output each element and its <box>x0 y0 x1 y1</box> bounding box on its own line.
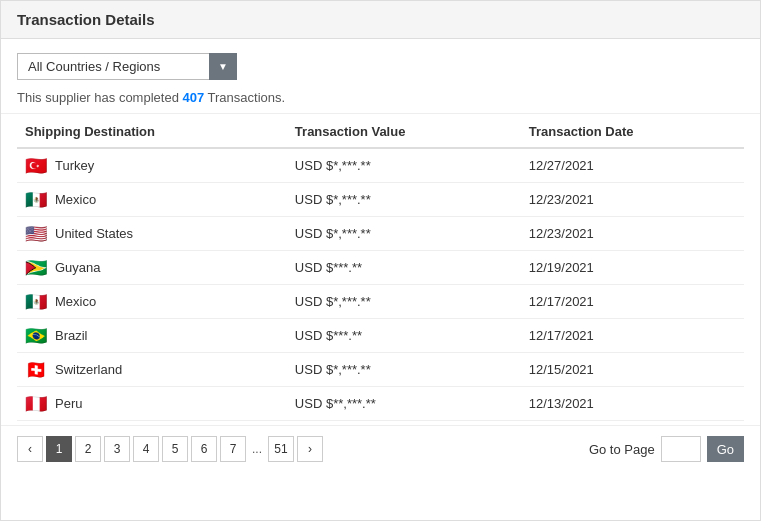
cell-destination: 🇲🇽Mexico <box>17 183 287 217</box>
country-name: Brazil <box>55 328 88 343</box>
table-row: 🇲🇽MexicoUSD $*,***.**12/17/2021 <box>17 285 744 319</box>
flag-icon: 🇵🇪 <box>25 396 47 411</box>
table-header-row: Shipping Destination Transaction Value T… <box>17 114 744 148</box>
table-row: 🇧🇷BrazilUSD $***.**12/17/2021 <box>17 319 744 353</box>
country-name: Mexico <box>55 192 96 207</box>
page-button-6[interactable]: 6 <box>191 436 217 462</box>
country-name: Peru <box>55 396 82 411</box>
page-button-last[interactable]: 51 <box>268 436 294 462</box>
table-row: 🇵🇪PeruUSD $**,***.**12/13/2021 <box>17 387 744 421</box>
pagination-ellipsis: ... <box>249 442 265 456</box>
goto-section: Go to Page Go <box>589 436 744 462</box>
flag-icon: 🇨🇭 <box>25 362 47 377</box>
col-header-destination: Shipping Destination <box>17 114 287 148</box>
cell-value: USD $*,***.** <box>287 183 521 217</box>
cell-destination: 🇹🇷Turkey <box>17 148 287 183</box>
filter-section: All Countries / Regions Turkey Mexico Un… <box>1 39 760 114</box>
cell-value: USD $*,***.** <box>287 285 521 319</box>
transaction-count-link[interactable]: 407 <box>182 90 204 105</box>
page-container: Transaction Details All Countries / Regi… <box>0 0 761 521</box>
prev-page-button[interactable]: ‹ <box>17 436 43 462</box>
pagination: ‹ 1 2 3 4 5 6 7 ... 51 › <box>17 436 323 462</box>
goto-label: Go to Page <box>589 442 655 457</box>
filter-row: All Countries / Regions Turkey Mexico Un… <box>17 53 744 80</box>
cell-date: 12/27/2021 <box>521 148 744 183</box>
country-name: United States <box>55 226 133 241</box>
cell-value: USD $*,***.** <box>287 353 521 387</box>
flag-icon: 🇲🇽 <box>25 192 47 207</box>
page-button-7[interactable]: 7 <box>220 436 246 462</box>
cell-date: 12/17/2021 <box>521 319 744 353</box>
country-name: Guyana <box>55 260 101 275</box>
next-page-button[interactable]: › <box>297 436 323 462</box>
cell-destination: 🇺🇸United States <box>17 217 287 251</box>
cell-date: 12/15/2021 <box>521 353 744 387</box>
cell-date: 12/17/2021 <box>521 285 744 319</box>
country-name: Mexico <box>55 294 96 309</box>
cell-destination: 🇬🇾Guyana <box>17 251 287 285</box>
table-row: 🇨🇭SwitzerlandUSD $*,***.**12/15/2021 <box>17 353 744 387</box>
cell-date: 12/23/2021 <box>521 217 744 251</box>
flag-icon: 🇲🇽 <box>25 294 47 309</box>
cell-destination: 🇵🇪Peru <box>17 387 287 421</box>
page-button-3[interactable]: 3 <box>104 436 130 462</box>
cell-date: 12/23/2021 <box>521 183 744 217</box>
country-filter-wrapper[interactable]: All Countries / Regions Turkey Mexico Un… <box>17 53 237 80</box>
page-button-5[interactable]: 5 <box>162 436 188 462</box>
page-button-2[interactable]: 2 <box>75 436 101 462</box>
cell-destination: 🇨🇭Switzerland <box>17 353 287 387</box>
page-button-4[interactable]: 4 <box>133 436 159 462</box>
page-button-1[interactable]: 1 <box>46 436 72 462</box>
cell-value: USD $***.** <box>287 319 521 353</box>
cell-value: USD $*,***.** <box>287 148 521 183</box>
table-row: 🇲🇽MexicoUSD $*,***.**12/23/2021 <box>17 183 744 217</box>
cell-value: USD $***.** <box>287 251 521 285</box>
flag-icon: 🇺🇸 <box>25 226 47 241</box>
table-row: 🇺🇸United StatesUSD $*,***.**12/23/2021 <box>17 217 744 251</box>
transactions-table: Shipping Destination Transaction Value T… <box>17 114 744 421</box>
goto-input[interactable] <box>661 436 701 462</box>
page-title: Transaction Details <box>17 11 744 28</box>
transaction-count-text: This supplier has completed 407 Transact… <box>17 90 744 105</box>
table-row: 🇬🇾GuyanaUSD $***.**12/19/2021 <box>17 251 744 285</box>
cell-destination: 🇲🇽Mexico <box>17 285 287 319</box>
table-row: 🇹🇷TurkeyUSD $*,***.**12/27/2021 <box>17 148 744 183</box>
cell-value: USD $*,***.** <box>287 217 521 251</box>
table-section: Shipping Destination Transaction Value T… <box>1 114 760 421</box>
col-header-value: Transaction Value <box>287 114 521 148</box>
country-name: Turkey <box>55 158 94 173</box>
country-name: Switzerland <box>55 362 122 377</box>
col-header-date: Transaction Date <box>521 114 744 148</box>
pagination-row: ‹ 1 2 3 4 5 6 7 ... 51 › Go to Page Go <box>1 425 760 472</box>
cell-date: 12/13/2021 <box>521 387 744 421</box>
cell-date: 12/19/2021 <box>521 251 744 285</box>
flag-icon: 🇬🇾 <box>25 260 47 275</box>
cell-value: USD $**,***.** <box>287 387 521 421</box>
goto-button[interactable]: Go <box>707 436 744 462</box>
cell-destination: 🇧🇷Brazil <box>17 319 287 353</box>
flag-icon: 🇹🇷 <box>25 158 47 173</box>
flag-icon: 🇧🇷 <box>25 328 47 343</box>
country-select[interactable]: All Countries / Regions Turkey Mexico Un… <box>17 53 237 80</box>
page-header: Transaction Details <box>1 1 760 39</box>
